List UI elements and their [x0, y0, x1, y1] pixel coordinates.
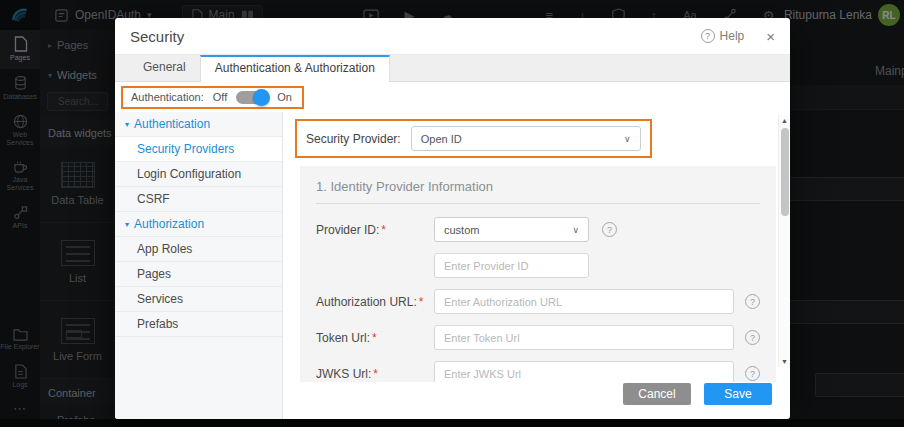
caret-down-icon: ▾ [125, 120, 129, 129]
nav-group-authentication[interactable]: ▾ Authentication [115, 112, 282, 137]
authentication-toggle-highlight: Authentication: Off On [121, 86, 304, 109]
scroll-area: Security Provider: Open ID ∨ 1. Identity… [283, 112, 790, 369]
authorization-url-row: Authorization URL:* ? [316, 289, 760, 314]
help-icon[interactable]: ? [745, 330, 760, 345]
help-label: Help [720, 29, 745, 43]
nav-item-prefabs[interactable]: Prefabs [115, 312, 282, 337]
authentication-label: Authentication: [131, 91, 204, 103]
toggle-off-label: Off [213, 91, 227, 103]
toggle-on-label: On [277, 91, 292, 103]
field-label: Authorization URL:* [316, 295, 434, 309]
authentication-row: Authentication: Off On [115, 82, 790, 112]
dialog-body: ▾ Authentication Security Providers Logi… [115, 112, 790, 419]
dialog-title: Security [130, 28, 184, 45]
cancel-button[interactable]: Cancel [623, 383, 691, 405]
scrollbar-thumb[interactable] [781, 128, 789, 216]
provider-id-row: Provider ID:* custom ∨ ? [316, 217, 760, 242]
security-dialog: Security ? Help × General Authentication… [115, 18, 790, 419]
field-label: JWKS Url:* [316, 367, 434, 381]
authorization-url-input[interactable] [434, 289, 734, 314]
dialog-header: Security ? Help × [115, 18, 790, 55]
security-provider-row: Security Provider: Open ID ∨ [283, 112, 777, 164]
provider-id-value: custom [444, 224, 479, 236]
toggle-knob [253, 89, 270, 106]
required-asterisk: * [373, 367, 378, 381]
caret-down-icon: ▾ [125, 220, 129, 229]
wavemaker-studio: OpenIDAuth ▾ Main ▶ ☁ [0, 0, 904, 427]
chevron-down-icon: ∨ [624, 134, 631, 144]
close-icon[interactable]: × [766, 29, 775, 44]
save-button[interactable]: Save [704, 383, 772, 405]
jwks-url-input[interactable] [434, 361, 734, 382]
help-icon[interactable]: ? [745, 294, 760, 309]
field-label: Token Url:* [316, 331, 434, 345]
jwks-url-row: JWKS Url:* ? [316, 361, 760, 382]
provider-id-input-row [316, 253, 760, 278]
help-icon[interactable]: ? [745, 366, 760, 381]
nav-item-login-configuration[interactable]: Login Configuration [115, 162, 282, 187]
tab-general[interactable]: General [129, 54, 200, 81]
scroll-up-icon[interactable]: ▲ [781, 115, 788, 126]
required-asterisk: * [372, 331, 377, 345]
provider-id-select[interactable]: custom ∨ [434, 217, 589, 242]
tab-authentication-authorization[interactable]: Authentication & Authorization [200, 55, 390, 82]
field-label: Provider ID:* [316, 223, 434, 237]
nav-item-csrf[interactable]: CSRF [115, 187, 282, 212]
dialog-tabs: General Authentication & Authorization [115, 55, 790, 82]
help-icon[interactable]: ? [602, 222, 617, 237]
help-icon: ? [701, 29, 715, 43]
security-provider-select[interactable]: Open ID ∨ [411, 126, 641, 151]
nav-label: Authentication [134, 117, 210, 131]
nav-group-authorization[interactable]: ▾ Authorization [115, 212, 282, 237]
security-nav: ▾ Authentication Security Providers Logi… [115, 112, 283, 419]
identity-provider-section: 1. Identity Provider Information Provide… [300, 166, 776, 382]
nav-item-services[interactable]: Services [115, 287, 282, 312]
nav-item-app-roles[interactable]: App Roles [115, 237, 282, 262]
chevron-down-icon: ∨ [572, 225, 579, 235]
nav-label: Authorization [134, 217, 204, 231]
content-scrollbar[interactable]: ▲ ▼ [778, 115, 790, 367]
nav-item-pages[interactable]: Pages [115, 262, 282, 287]
token-url-input[interactable] [434, 325, 734, 350]
required-asterisk: * [419, 295, 424, 309]
security-provider-label: Security Provider: [306, 132, 401, 146]
authentication-toggle[interactable] [236, 91, 268, 104]
security-provider-highlight: Security Provider: Open ID ∨ [295, 119, 652, 158]
scroll-down-icon[interactable]: ▼ [781, 356, 788, 367]
provider-id-input[interactable] [434, 253, 589, 278]
section-title: 1. Identity Provider Information [316, 179, 760, 204]
required-asterisk: * [381, 223, 386, 237]
nav-item-security-providers[interactable]: Security Providers [115, 137, 282, 162]
security-content: Security Provider: Open ID ∨ 1. Identity… [283, 112, 790, 419]
security-provider-value: Open ID [421, 133, 462, 145]
token-url-row: Token Url:* ? [316, 325, 760, 350]
help-button[interactable]: ? Help [701, 29, 745, 43]
